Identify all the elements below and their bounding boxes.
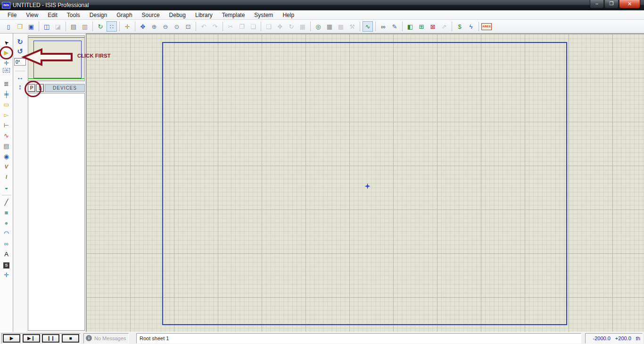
search-tag-button[interactable]: ∞ [378, 21, 388, 32]
2d-symbols-mode-icon[interactable]: S [1, 260, 12, 270]
menu-design[interactable]: Design [85, 11, 112, 19]
terminals-mode-icon[interactable]: ▻ [1, 110, 12, 120]
pick-parts-button[interactable]: ◎ [313, 21, 323, 32]
stop-button[interactable]: ■ [62, 334, 79, 343]
copy-button: ❐ [237, 21, 247, 32]
property-assignment-button[interactable]: ✎ [389, 21, 400, 32]
subcircuit-mode-icon[interactable]: ▭ [1, 100, 12, 110]
mode-toolbar: ➤▶✛LBL≣╪▭▻⊢∿▤◉VI◒╱■●◠∞AS✛ [0, 34, 13, 332]
message-area[interactable]: i No Messages [83, 333, 129, 344]
close-button[interactable]: ✕ [619, 0, 640, 8]
library-manager-button[interactable]: L [36, 84, 44, 92]
separator [135, 22, 135, 31]
print-button[interactable]: ▤ [68, 21, 79, 32]
separator [479, 22, 479, 31]
app-icon: isis [2, 2, 10, 8]
wire-autorouter-button[interactable]: ∿ [363, 21, 373, 32]
menu-source[interactable]: Source [137, 11, 165, 19]
menu-debug[interactable]: Debug [165, 11, 190, 19]
text-script-mode-icon[interactable]: ≣ [1, 79, 12, 89]
2d-arc-mode-icon[interactable]: ◠ [1, 228, 12, 239]
voltage-probe-mode-icon[interactable]: V [1, 162, 12, 172]
flip-horizontal-button[interactable]: ↔ [15, 73, 25, 82]
toggle-grid-button[interactable]: ∷ [107, 21, 117, 32]
title-bar: isis UNTITLED - ISIS Professional –❐✕ [0, 0, 644, 10]
tape-recorder-mode-icon[interactable]: ▤ [1, 141, 12, 151]
2d-closed-path-mode-icon[interactable]: ∞ [1, 239, 12, 249]
mark-output-area-button[interactable]: ▥ [80, 21, 90, 32]
export-section-button: ◪ [53, 21, 63, 32]
paste-button: ❏ [248, 21, 258, 32]
restore-button[interactable]: ❐ [604, 0, 619, 8]
sheet-status: Root sheet 1 [136, 333, 581, 344]
2d-text-mode-icon[interactable]: A [1, 249, 12, 260]
object-list[interactable] [28, 93, 85, 331]
current-probe-mode-icon[interactable]: I [1, 172, 12, 183]
rotate-clockwise-button[interactable]: ↻ [15, 37, 25, 47]
separator [2, 195, 11, 195]
device-list-header-row: P L DEVICES [28, 84, 85, 92]
new-design-button[interactable]: ▯ [3, 21, 14, 32]
step-button[interactable]: ▶❙ [23, 334, 40, 343]
wire-label-mode-icon[interactable]: LBL [1, 68, 12, 79]
open-design-button[interactable]: ❒ [15, 21, 25, 32]
make-device-button[interactable]: ▦ [324, 21, 335, 32]
menu-file[interactable]: File [3, 11, 21, 19]
menu-library[interactable]: Library [190, 11, 217, 19]
menu-view[interactable]: View [21, 11, 43, 19]
manual-origin-button[interactable]: ✛ [122, 21, 132, 32]
generator-mode-icon[interactable]: ◉ [1, 151, 12, 162]
2d-markers-mode-icon[interactable]: ✛ [1, 270, 12, 280]
menu-system[interactable]: System [249, 11, 278, 19]
2d-circle-mode-icon[interactable]: ● [1, 218, 12, 228]
menu-edit[interactable]: Edit [43, 11, 62, 19]
minimize-button[interactable]: – [590, 0, 604, 8]
message-text: No Messages [94, 336, 126, 341]
graph-mode-icon[interactable]: ∿ [1, 131, 12, 141]
separator [310, 22, 311, 31]
play-button[interactable]: ▶ [3, 334, 20, 343]
remove-sheet-button[interactable]: ⊠ [428, 21, 438, 32]
window-title: UNTITLED - ISIS Professional [13, 2, 89, 8]
origin-marker [365, 184, 370, 189]
2d-box-mode-icon[interactable]: ■ [1, 208, 12, 218]
pause-button[interactable]: ❙❙ [42, 334, 59, 343]
undo-button: ↶ [198, 21, 209, 32]
electrical-rule-check-button[interactable]: ϟ [466, 21, 476, 32]
pick-devices-button[interactable]: P [28, 84, 35, 92]
redraw-button[interactable]: ↻ [95, 21, 106, 32]
overview-minimap[interactable] [28, 35, 85, 81]
menu-template[interactable]: Template [217, 11, 250, 19]
zoom-area-button[interactable]: ⊡ [183, 21, 193, 32]
separator [196, 22, 196, 31]
schematic-canvas[interactable] [86, 34, 644, 332]
rotate-anticlockwise-button[interactable]: ↺ [15, 47, 25, 56]
2d-line-mode-icon[interactable]: ╱ [1, 197, 12, 208]
coordinate-readout: -2000.0 +200.0 th [585, 333, 643, 344]
menu-tools[interactable]: Tools [62, 11, 85, 19]
save-design-button[interactable]: ▣ [26, 21, 36, 32]
separator [402, 22, 403, 31]
new-sheet-button[interactable]: ⊞ [416, 21, 427, 32]
buses-mode-icon[interactable]: ╪ [1, 89, 12, 100]
pan-button[interactable]: ✥ [138, 21, 148, 32]
zoom-all-button[interactable]: ⊙ [172, 21, 182, 32]
bill-of-materials-button[interactable]: $ [454, 21, 465, 32]
block-delete-button: ▦ [297, 21, 308, 32]
flip-vertical-button[interactable]: ↕ [15, 82, 25, 92]
junction-dot-mode-icon[interactable]: ✛ [1, 58, 12, 68]
virtual-instruments-mode-icon[interactable]: ◒ [1, 183, 12, 193]
zoom-in-button[interactable]: ⊕ [149, 21, 159, 32]
separator [92, 22, 93, 31]
separator [119, 22, 120, 31]
design-explorer-button[interactable]: ◧ [405, 21, 415, 32]
window-controls: –❐✕ [589, 0, 640, 8]
import-section-button[interactable]: ◫ [41, 21, 52, 32]
netlist-to-ares-button[interactable]: ARES [481, 23, 492, 30]
menu-graph[interactable]: Graph [112, 11, 137, 19]
menu-help[interactable]: Help [278, 11, 299, 19]
device-pins-mode-icon[interactable]: ⊢ [1, 120, 12, 131]
zoom-out-button[interactable]: ⊖ [160, 21, 171, 32]
separator [223, 22, 223, 31]
rotation-angle-input[interactable] [14, 58, 26, 66]
